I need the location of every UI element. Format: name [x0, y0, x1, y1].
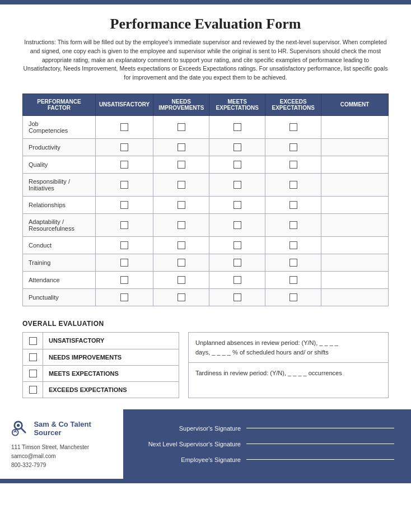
checkbox-cell[interactable] [265, 289, 321, 306]
checkbox[interactable] [120, 293, 128, 301]
checkbox[interactable] [178, 201, 185, 209]
checkbox-cell[interactable] [209, 156, 265, 173]
checkbox[interactable] [120, 143, 128, 151]
checkbox-cell[interactable] [265, 254, 321, 272]
checkbox-cell[interactable] [209, 196, 265, 213]
checkbox[interactable] [233, 259, 241, 267]
overall-checkbox[interactable] [29, 386, 37, 394]
header-meets-expectations: MEETSEXPECTATIONS [209, 94, 265, 115]
checkbox[interactable] [120, 181, 128, 189]
comment-cell[interactable] [321, 272, 389, 289]
checkbox[interactable] [289, 241, 297, 249]
checkbox-cell[interactable] [95, 138, 153, 156]
checkbox[interactable] [178, 221, 185, 229]
checkbox[interactable] [120, 259, 128, 267]
comment-cell[interactable] [321, 254, 389, 272]
checkbox-cell[interactable] [95, 173, 153, 196]
checkbox-cell[interactable] [209, 115, 265, 138]
checkbox[interactable] [120, 201, 128, 209]
checkbox-cell[interactable] [153, 254, 209, 272]
checkbox[interactable] [233, 123, 241, 131]
checkbox-cell[interactable] [265, 272, 321, 289]
checkbox-cell[interactable] [153, 196, 209, 213]
checkbox[interactable] [289, 276, 297, 284]
checkbox-cell[interactable] [209, 254, 265, 272]
checkbox[interactable] [289, 201, 297, 209]
checkbox[interactable] [289, 181, 297, 189]
comment-cell[interactable] [321, 214, 389, 237]
checkbox[interactable] [120, 221, 128, 229]
checkbox-cell[interactable] [209, 138, 265, 156]
checkbox-cell[interactable] [153, 156, 209, 173]
comment-cell[interactable] [321, 237, 389, 254]
checkbox[interactable] [289, 123, 297, 131]
checkbox[interactable] [233, 276, 241, 284]
comment-cell[interactable] [321, 156, 389, 173]
checkbox[interactable] [233, 181, 241, 189]
checkbox-cell[interactable] [95, 156, 153, 173]
checkbox[interactable] [289, 161, 297, 169]
checkbox-cell[interactable] [95, 196, 153, 213]
checkbox-cell[interactable] [95, 272, 153, 289]
checkbox-cell[interactable] [265, 214, 321, 237]
checkbox-cell[interactable] [265, 138, 321, 156]
comment-cell[interactable] [321, 138, 389, 156]
checkbox-cell[interactable] [265, 173, 321, 196]
checkbox[interactable] [178, 181, 185, 189]
checkbox-cell[interactable] [153, 289, 209, 306]
overall-checkbox-cell[interactable] [23, 365, 43, 381]
checkbox-cell[interactable] [209, 289, 265, 306]
checkbox-cell[interactable] [153, 237, 209, 254]
checkbox-cell[interactable] [95, 214, 153, 237]
checkbox-cell[interactable] [265, 156, 321, 173]
checkbox[interactable] [178, 241, 185, 249]
checkbox[interactable] [178, 276, 185, 284]
checkbox[interactable] [289, 221, 297, 229]
checkbox-cell[interactable] [209, 173, 265, 196]
checkbox[interactable] [233, 241, 241, 249]
checkbox[interactable] [289, 259, 297, 267]
header-unsatisfactory: UNSATISFACTORY [95, 94, 153, 115]
checkbox-cell[interactable] [95, 254, 153, 272]
overall-checkbox[interactable] [29, 337, 37, 345]
checkbox-cell[interactable] [265, 237, 321, 254]
checkbox-cell[interactable] [95, 289, 153, 306]
checkbox[interactable] [289, 293, 297, 301]
checkbox[interactable] [233, 201, 241, 209]
checkbox-cell[interactable] [95, 237, 153, 254]
checkbox-cell[interactable] [209, 237, 265, 254]
checkbox[interactable] [178, 161, 185, 169]
checkbox[interactable] [233, 143, 241, 151]
comment-cell[interactable] [321, 173, 389, 196]
checkbox[interactable] [178, 143, 185, 151]
checkbox[interactable] [120, 161, 128, 169]
checkbox[interactable] [120, 241, 128, 249]
overall-checkbox[interactable] [29, 370, 37, 377]
checkbox[interactable] [289, 143, 297, 151]
checkbox-cell[interactable] [153, 173, 209, 196]
checkbox[interactable] [233, 293, 241, 301]
checkbox[interactable] [233, 221, 241, 229]
overall-checkbox-cell[interactable] [23, 349, 43, 365]
checkbox[interactable] [178, 123, 185, 131]
checkbox[interactable] [120, 123, 128, 131]
checkbox[interactable] [178, 293, 185, 301]
checkbox[interactable] [178, 259, 185, 267]
comment-cell[interactable] [321, 115, 389, 138]
checkbox-cell[interactable] [265, 115, 321, 138]
comment-cell[interactable] [321, 289, 389, 306]
checkbox-cell[interactable] [153, 272, 209, 289]
comment-cell[interactable] [321, 196, 389, 213]
checkbox-cell[interactable] [153, 214, 209, 237]
checkbox-cell[interactable] [95, 115, 153, 138]
checkbox[interactable] [120, 276, 128, 284]
checkbox-cell[interactable] [153, 115, 209, 138]
overall-checkbox-cell[interactable] [23, 381, 43, 398]
checkbox[interactable] [233, 161, 241, 169]
checkbox-cell[interactable] [209, 214, 265, 237]
checkbox-cell[interactable] [265, 196, 321, 213]
overall-checkbox-cell[interactable] [23, 333, 43, 349]
overall-checkbox[interactable] [29, 353, 37, 361]
checkbox-cell[interactable] [209, 272, 265, 289]
checkbox-cell[interactable] [153, 138, 209, 156]
